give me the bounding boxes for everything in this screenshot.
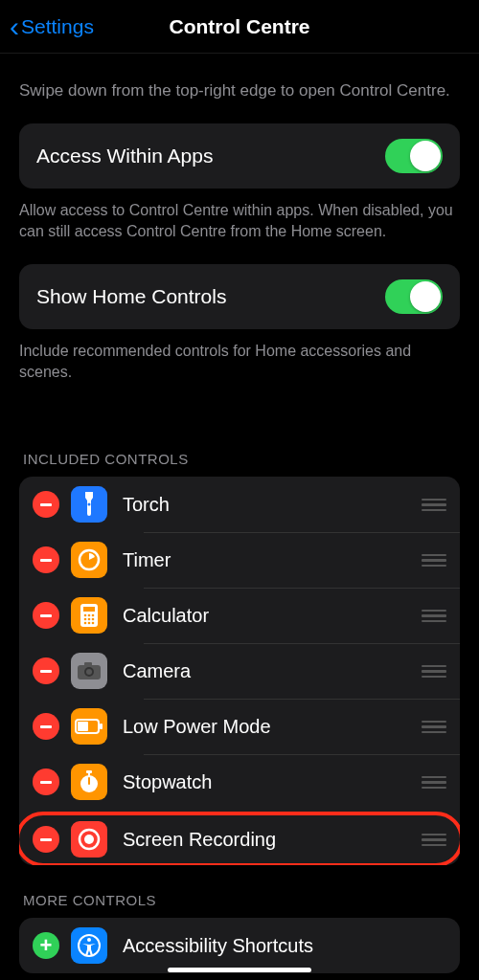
- svg-rect-14: [84, 662, 92, 666]
- remove-button[interactable]: [33, 546, 59, 573]
- access-label: Access Within Apps: [36, 145, 213, 167]
- home-toggle[interactable]: [385, 279, 443, 314]
- list-item: Accessibility Shortcuts: [19, 918, 460, 973]
- timer-icon: [71, 542, 107, 578]
- drag-handle-icon[interactable]: [422, 665, 446, 679]
- svg-point-4: [84, 614, 87, 617]
- accessibility-icon: [71, 927, 107, 964]
- torch-icon: [71, 486, 107, 523]
- svg-point-8: [88, 618, 91, 621]
- screen-recording-icon: [71, 821, 107, 858]
- svg-point-25: [84, 835, 94, 844]
- row-label: Camera: [123, 660, 422, 682]
- included-list: Torch Timer Calculator Camera: [19, 477, 460, 865]
- row-label: Torch: [123, 494, 422, 516]
- more-list: Accessibility Shortcuts: [19, 918, 460, 973]
- chevron-left-icon: ‹: [10, 12, 19, 41]
- add-button[interactable]: [33, 932, 59, 959]
- svg-rect-3: [83, 607, 95, 612]
- access-footer: Allow access to Control Centre within ap…: [19, 189, 460, 264]
- remove-button[interactable]: [33, 657, 59, 684]
- intro-text: Swipe down from the top-right edge to op…: [19, 54, 460, 123]
- remove-button[interactable]: [33, 768, 59, 795]
- camera-icon: [71, 653, 107, 689]
- list-item: Calculator: [19, 588, 460, 643]
- list-item: Camera: [19, 643, 460, 699]
- stopwatch-icon: [71, 764, 107, 800]
- drag-handle-icon[interactable]: [422, 721, 446, 734]
- row-label: Timer: [123, 549, 422, 571]
- home-indicator[interactable]: [168, 968, 311, 972]
- home-label: Show Home Controls: [36, 285, 226, 308]
- svg-point-27: [87, 938, 91, 942]
- row-label: Low Power Mode: [123, 716, 422, 738]
- home-footer: Include recommended controls for Home ac…: [19, 329, 460, 405]
- svg-point-5: [88, 614, 91, 617]
- drag-handle-icon[interactable]: [422, 834, 446, 847]
- remove-button[interactable]: [33, 491, 59, 518]
- list-item-highlighted: Screen Recording: [19, 812, 460, 865]
- row-label: Calculator: [123, 605, 422, 627]
- access-toggle[interactable]: [385, 139, 443, 173]
- navbar: ‹ Settings Control Centre: [0, 0, 479, 54]
- remove-button[interactable]: [33, 826, 59, 853]
- battery-icon: [71, 708, 107, 745]
- drag-handle-icon[interactable]: [422, 776, 446, 790]
- included-header: INCLUDED CONTROLS: [19, 405, 460, 477]
- remove-button[interactable]: [33, 602, 59, 629]
- svg-rect-22: [88, 772, 90, 776]
- svg-point-0: [88, 503, 91, 506]
- calculator-icon: [71, 597, 107, 634]
- svg-point-10: [84, 622, 87, 625]
- svg-point-6: [92, 614, 95, 617]
- drag-handle-icon[interactable]: [422, 610, 446, 623]
- row-label: Screen Recording: [123, 829, 422, 851]
- show-home-controls-row: Show Home Controls: [19, 264, 460, 329]
- list-item: Stopwatch: [19, 754, 460, 810]
- list-item: Timer: [19, 532, 460, 588]
- remove-button[interactable]: [33, 713, 59, 740]
- access-within-apps-row: Access Within Apps: [19, 123, 460, 189]
- drag-handle-icon[interactable]: [422, 554, 446, 568]
- svg-point-11: [88, 622, 91, 625]
- svg-point-7: [84, 618, 87, 621]
- back-button[interactable]: ‹ Settings: [0, 12, 94, 41]
- svg-rect-19: [100, 724, 103, 729]
- row-label: Stopwatch: [123, 771, 422, 793]
- row-label: Accessibility Shortcuts: [123, 935, 446, 957]
- more-header: MORE CONTROLS: [19, 865, 460, 918]
- drag-handle-icon[interactable]: [422, 499, 446, 512]
- svg-rect-18: [78, 722, 88, 731]
- svg-point-16: [86, 669, 92, 675]
- svg-point-12: [92, 622, 95, 625]
- svg-point-9: [92, 618, 95, 621]
- back-label: Settings: [21, 15, 94, 38]
- list-item: Torch: [19, 477, 460, 532]
- list-item: Low Power Mode: [19, 699, 460, 754]
